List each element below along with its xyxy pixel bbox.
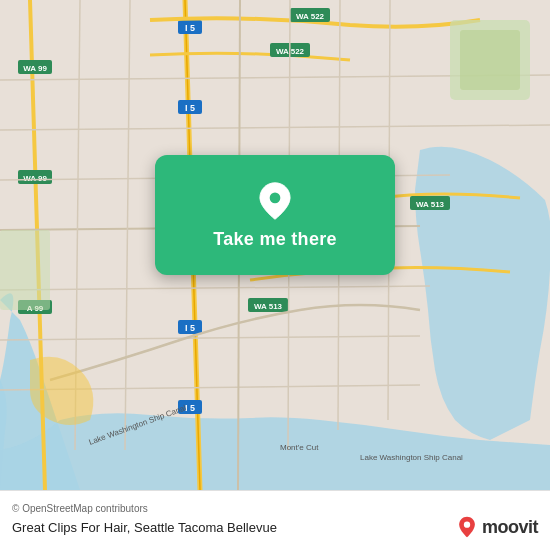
svg-text:I 5: I 5 (185, 23, 195, 33)
svg-text:Lake Washington Ship Canal: Lake Washington Ship Canal (360, 453, 463, 462)
location-pin-icon (255, 181, 295, 221)
moovit-brand-text: moovit (482, 517, 538, 538)
bottom-info-row: Great Clips For Hair, Seattle Tacoma Bel… (12, 516, 538, 538)
svg-text:WA 99: WA 99 (23, 64, 47, 73)
svg-point-49 (270, 192, 281, 203)
svg-point-50 (464, 522, 470, 528)
take-me-there-button-label: Take me there (213, 229, 337, 250)
svg-text:Mont'e Cut: Mont'e Cut (280, 443, 319, 452)
svg-rect-48 (0, 230, 50, 310)
moovit-logo: moovit (456, 516, 538, 538)
svg-text:WA 522: WA 522 (296, 12, 325, 21)
location-info: Great Clips For Hair, Seattle Tacoma Bel… (12, 520, 277, 535)
svg-text:I 5: I 5 (185, 103, 195, 113)
take-me-there-card[interactable]: Take me there (155, 155, 395, 275)
svg-text:WA 513: WA 513 (416, 200, 445, 209)
svg-rect-47 (460, 30, 520, 90)
svg-text:WA 513: WA 513 (254, 302, 283, 311)
svg-text:WA 99: WA 99 (23, 174, 47, 183)
moovit-pin-icon (456, 516, 478, 538)
bottom-bar: © OpenStreetMap contributors Great Clips… (0, 490, 550, 550)
osm-attribution: © OpenStreetMap contributors (12, 503, 148, 514)
svg-text:I 5: I 5 (185, 323, 195, 333)
attribution-text: © OpenStreetMap contributors (12, 503, 538, 514)
